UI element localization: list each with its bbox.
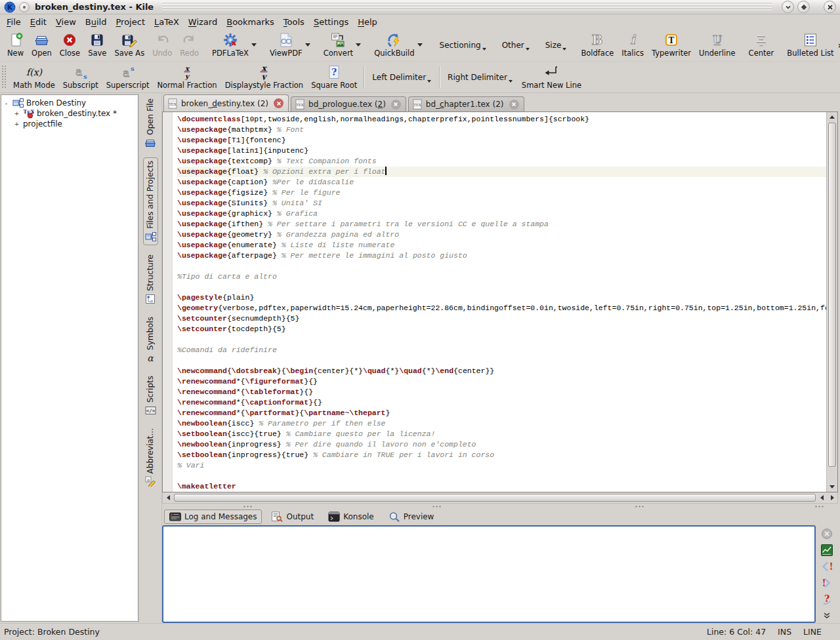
close-button[interactable] <box>824 1 836 13</box>
scroll-up-arrow[interactable] <box>827 112 837 122</box>
left-delimiter-button[interactable]: Left Delimiter <box>367 64 436 90</box>
menu-wizard[interactable]: Wizard <box>184 15 222 29</box>
latex-errors-button[interactable]: ! <box>821 561 833 572</box>
menu-tools[interactable]: Tools <box>279 15 309 29</box>
dropdown-arrow-icon <box>526 48 530 50</box>
square-root-button[interactable]: ?Square Root <box>307 63 361 91</box>
svg-text:U: U <box>713 33 722 46</box>
undo-button[interactable]: Undo <box>148 31 176 59</box>
center-button[interactable]: Center <box>745 31 778 59</box>
tab-close-icon[interactable] <box>274 98 284 108</box>
menu-settings[interactable]: Settings <box>309 15 353 29</box>
stop-button[interactable] <box>821 528 833 540</box>
menu-bookmarks[interactable]: Bookmarks <box>222 15 279 29</box>
superscript-button[interactable]: asSuperscript <box>102 63 154 91</box>
close-button[interactable]: Close <box>56 31 84 59</box>
side-tab-structure[interactable]: Structure <box>143 251 158 308</box>
code-line: \pagestyle{plain} <box>177 292 826 303</box>
convert-button[interactable]: Convert <box>320 31 365 59</box>
typewriter-button[interactable]: TTypewriter <box>648 31 695 59</box>
save-as-button[interactable]: Save As <box>110 31 148 59</box>
quickbuild-button[interactable]: QuickBuild <box>370 31 426 59</box>
tree-expander[interactable]: + <box>13 120 20 129</box>
tree-item[interactable]: +projectfile <box>3 119 136 129</box>
menu-edit[interactable]: Edit <box>26 15 51 29</box>
editor-hscrollbar[interactable] <box>162 492 838 504</box>
editor-tab[interactable]: TEXbroken_destiny.tex (2) <box>163 94 289 111</box>
editor-tab[interactable]: TEXbd_prologue.tex (2) <box>291 96 406 111</box>
subscript-button[interactable]: asSubscript <box>59 63 102 91</box>
tree-item[interactable]: +TEXbroken_destiny.tex * <box>3 108 136 119</box>
panel-splitter[interactable] <box>162 504 838 509</box>
underline-button[interactable]: UUnderline <box>695 31 740 59</box>
hscroll-thumb[interactable] <box>174 494 816 502</box>
panel-icon-strip: !!? <box>816 525 838 623</box>
redo-button[interactable]: Redo <box>176 31 203 59</box>
button-label: QuickBuild <box>374 49 414 58</box>
side-tab-symbols[interactable]: Symbolsα <box>143 313 158 367</box>
menu-file[interactable]: File <box>2 15 26 29</box>
latex-warnings-button[interactable]: ! <box>821 577 833 589</box>
side-tab-abbreviat-[interactable]: Abbreviat...a <box>143 425 158 490</box>
bad-boxes-button[interactable]: ? <box>821 593 833 605</box>
tree-expander[interactable]: + <box>13 110 20 118</box>
bulleted-list-button[interactable]: Bulleted List <box>783 31 837 59</box>
svg-text:?: ? <box>331 67 337 77</box>
tree-expander[interactable]: - <box>3 99 10 108</box>
math-mode-button[interactable]: f(x)Math Mode <box>9 63 59 91</box>
editor-vscrollbar[interactable] <box>826 112 837 492</box>
window-title: broken_destiny.tex - Kile <box>35 2 154 12</box>
sectioning-button[interactable]: Sectioning <box>434 32 492 58</box>
statistics-button[interactable] <box>821 544 833 556</box>
right-delimiter-button[interactable]: Right Delimiter <box>442 64 518 90</box>
code-area[interactable]: \documentclass[10pt,twoside,english,norm… <box>173 112 826 492</box>
scroll-left-arrow[interactable] <box>163 492 173 503</box>
scroll-right-arrow[interactable] <box>827 492 837 503</box>
smart-new-line-button[interactable]: Smart New Line <box>518 63 585 91</box>
collapse-button[interactable] <box>822 610 831 622</box>
new-button[interactable]: New <box>3 31 28 59</box>
panel-tab-output[interactable]: Output <box>266 510 319 524</box>
other-button[interactable]: Other <box>497 32 535 58</box>
tree-item[interactable]: -Broken Destiny <box>3 98 136 108</box>
menu-build[interactable]: Build <box>81 15 112 29</box>
displaystyle-fraction-button[interactable]: xyDisplaystyle Fraction <box>221 63 308 91</box>
open-button[interactable]: Open <box>28 31 56 59</box>
save-button[interactable]: Save <box>84 31 110 59</box>
editor-tab[interactable]: TEXbd_chapter1.tex (2) <box>408 96 524 111</box>
normal-fraction-button[interactable]: xyNormal Fraction <box>153 63 220 91</box>
panel-tab-konsole[interactable]: Konsole <box>323 510 379 524</box>
maximize-button[interactable] <box>797 1 810 13</box>
scroll-left-arrow2[interactable] <box>816 492 827 503</box>
toolbar-overflow-button[interactable]: » <box>838 40 840 50</box>
viewpdf-button[interactable]: ViewPDF <box>266 31 314 59</box>
vscroll-thumb[interactable] <box>828 123 836 467</box>
tab-close-icon[interactable] <box>509 100 519 110</box>
size-button[interactable]: Size <box>540 32 572 58</box>
tab-close-icon[interactable] <box>391 100 401 110</box>
log-view[interactable] <box>162 525 816 623</box>
pin-button[interactable] <box>19 2 30 12</box>
menu-latex[interactable]: LaTeX <box>150 15 184 29</box>
pdflatex-button[interactable]: PDFLaTeX <box>208 31 261 59</box>
button-label: Open <box>32 49 52 58</box>
editor-tab-label: broken_destiny.tex (2) <box>181 99 268 108</box>
panel-tab-log-and-messages[interactable]: Log and Messages <box>164 510 262 524</box>
menu-project[interactable]: Project <box>111 15 150 29</box>
menu-help[interactable]: Help <box>353 15 382 29</box>
side-tab-open-file[interactable]: Open File <box>142 95 158 151</box>
viewpdf-icon <box>278 32 294 48</box>
konsole-icon <box>328 511 340 522</box>
toolbar-handle[interactable] <box>1 65 7 89</box>
menu-view[interactable]: View <box>51 15 81 29</box>
toolbar-separator <box>439 66 440 88</box>
boldface-button[interactable]: BBoldface <box>577 31 618 59</box>
italics-button[interactable]: iItalics <box>618 31 648 59</box>
code-line: \usepackage{ifthen} % Per settare i para… <box>177 219 826 230</box>
minimize-button[interactable] <box>782 1 794 13</box>
side-tab-files-and-projects[interactable]: Files and Projects <box>143 157 158 245</box>
panel-tab-preview[interactable]: Preview <box>383 510 440 524</box>
side-tab-scripts[interactable]: Scripts</> <box>143 372 158 419</box>
scroll-down-arrow[interactable] <box>827 482 837 492</box>
dropdown-arrow-icon <box>509 80 513 83</box>
